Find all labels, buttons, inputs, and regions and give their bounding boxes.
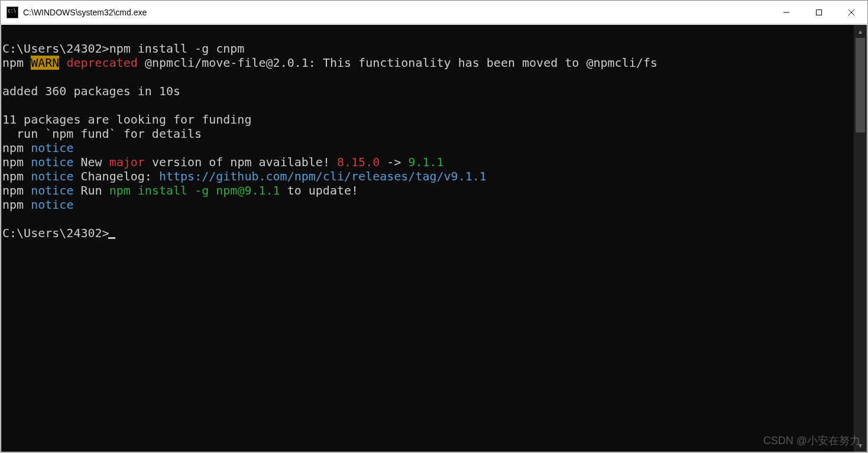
npm-label: npm — [2, 169, 31, 183]
new-version: 9.1.1 — [408, 155, 443, 169]
notice-line-4: npm notice Run npm install -g npm@9.1.1 … — [2, 183, 358, 198]
svg-rect-1 — [816, 9, 821, 15]
notice-line-2: npm notice New major version of npm avai… — [2, 155, 444, 169]
changelog-link: https://github.com/npm/cli/releases/tag/… — [159, 169, 487, 183]
funding-line-2: run `npm fund` for details — [2, 127, 202, 141]
notice-label: notice — [31, 141, 73, 155]
typed-command: npm install -g cnpm — [109, 41, 245, 56]
npm-label: npm — [2, 183, 31, 198]
notice-text: to update! — [280, 183, 358, 198]
npm-label: npm — [2, 56, 31, 70]
cmd-icon — [7, 7, 18, 18]
notice-line-5: npm notice — [2, 198, 73, 212]
notice-line-1: npm notice — [2, 141, 73, 155]
prompt-path: C:\Users\24302> — [2, 226, 109, 240]
window-title: C:\WINDOWS\system32\cmd.exe — [23, 8, 147, 17]
notice-text: New — [73, 155, 109, 169]
notice-line-3: npm notice Changelog: https://github.com… — [2, 169, 487, 183]
minimize-button[interactable] — [770, 1, 802, 24]
close-button[interactable] — [835, 1, 867, 24]
notice-label: notice — [31, 198, 73, 212]
scroll-thumb[interactable] — [856, 38, 865, 132]
title-bar[interactable]: C:\WINDOWS\system32\cmd.exe — [1, 1, 867, 24]
warn-text: @npmcli/move-file@2.0.1: This functional… — [138, 56, 658, 70]
maximize-button[interactable] — [802, 1, 835, 24]
cursor — [108, 237, 115, 239]
npm-label: npm — [2, 198, 31, 212]
funding-line-1: 11 packages are looking for funding — [2, 112, 251, 127]
window-controls — [770, 1, 867, 24]
notice-label: notice — [31, 169, 73, 183]
terminal-output[interactable]: C:\Users\24302>npm install -g cnpm npm W… — [1, 25, 867, 452]
notice-text: version of npm available! — [145, 155, 337, 169]
notice-label: notice — [31, 155, 73, 169]
notice-text: Changelog: — [73, 169, 159, 183]
terminal-line: C:\Users\24302>npm install -g cnpm npm W… — [2, 27, 867, 240]
added-line: added 360 packages in 10s — [2, 84, 180, 98]
warn-badge: WARN — [31, 56, 59, 70]
old-version: 8.15.0 — [337, 155, 380, 169]
update-command: npm install -g npm@9.1.1 — [109, 183, 280, 198]
scroll-up-arrow[interactable]: ▲ — [854, 25, 867, 38]
notice-label: notice — [31, 183, 73, 198]
notice-text: Run — [73, 183, 109, 198]
deprecated-label: deprecated — [66, 56, 137, 70]
arrow: -> — [380, 155, 408, 169]
prompt-path: C:\Users\24302> — [2, 41, 109, 56]
vertical-scrollbar[interactable]: ▲ ▼ — [853, 25, 867, 452]
title-left: C:\WINDOWS\system32\cmd.exe — [1, 7, 147, 18]
major-label: major — [109, 155, 145, 169]
warn-line: npm WARN deprecated @npmcli/move-file@2.… — [2, 56, 658, 70]
scroll-down-arrow[interactable]: ▼ — [854, 439, 867, 452]
cmd-window: C:\WINDOWS\system32\cmd.exe C:\Users\243… — [0, 0, 868, 453]
npm-label: npm — [2, 155, 31, 169]
space — [59, 56, 66, 70]
npm-label: npm — [2, 141, 31, 155]
